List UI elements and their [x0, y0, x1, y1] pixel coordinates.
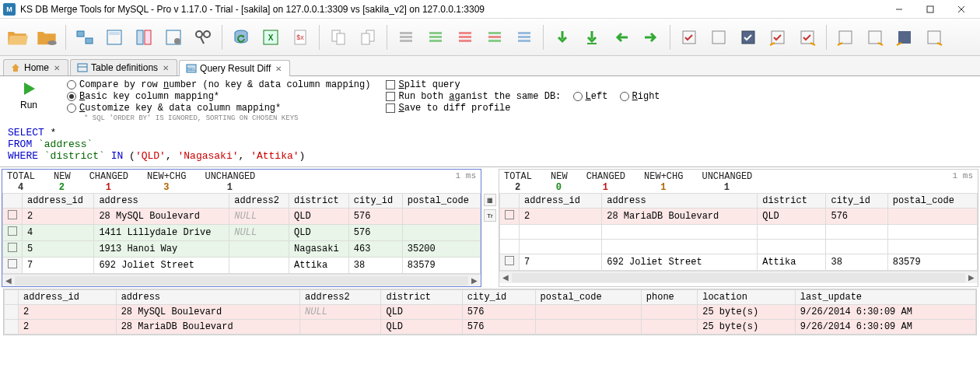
filter-newchg-icon[interactable] [482, 25, 507, 50]
filter-new-icon[interactable] [423, 25, 448, 50]
row-checkbox[interactable] [8, 226, 17, 236]
check-all-icon[interactable] [677, 25, 702, 50]
copy-left-icon[interactable] [326, 25, 351, 50]
svg-rect-48 [898, 31, 911, 44]
row-checkbox[interactable] [505, 256, 514, 265]
table-row[interactable] [500, 240, 978, 254]
tab-close-icon[interactable]: ✕ [161, 63, 170, 72]
sync-down2-icon[interactable] [579, 25, 604, 50]
svg-rect-36 [488, 40, 501, 42]
check-right-icon[interactable] [736, 25, 761, 50]
table-row[interactable] [500, 225, 978, 240]
tool-columns-icon[interactable]: ▦ [484, 194, 496, 206]
check-run-both-same-db[interactable] [386, 92, 395, 101]
row-checkbox[interactable] [8, 243, 17, 252]
export-excel-icon[interactable]: X [258, 25, 283, 50]
script-icon[interactable]: $x [288, 25, 313, 50]
svg-rect-31 [459, 32, 471, 34]
svg-rect-24 [362, 33, 369, 44]
tool-text-icon[interactable]: Tr [484, 209, 496, 222]
open-db-icon[interactable] [34, 25, 59, 50]
tab-table-definitions[interactable]: Table definitions ✕ [70, 59, 177, 75]
row-checkbox[interactable] [8, 259, 17, 268]
table-row[interactable]: 228 MariaDB BoulevardQLD57625 byte(s)9/2… [5, 320, 976, 335]
filter-unchanged-icon[interactable] [512, 25, 537, 50]
svg-rect-22 [337, 33, 345, 44]
middle-tools: ▦ Tr [483, 167, 497, 289]
sync-left-icon[interactable] [609, 25, 634, 50]
left-grid[interactable]: address_idaddressaddress2districtcity_id… [2, 193, 481, 274]
apply-final-icon[interactable] [922, 25, 947, 50]
apply-solid-icon[interactable] [892, 25, 917, 50]
h-scrollbar[interactable]: ◀▶ [499, 271, 978, 283]
right-stats: TOTAL2 NEW0 CHANGED1 NEW+CHG1 UNCHANGED1… [499, 170, 978, 193]
table-select-icon[interactable] [102, 25, 127, 50]
app-icon: M [3, 3, 16, 16]
label-left: Left [586, 91, 608, 102]
sync-down-icon[interactable] [550, 25, 575, 50]
table-row[interactable]: 7692 Joliet StreetAttika3883579 [3, 258, 481, 274]
document-tabs: Home ✕ Table definitions ✕ SEL Query Res… [0, 56, 980, 76]
row-checkbox[interactable] [8, 210, 17, 219]
svg-rect-8 [109, 32, 120, 35]
svg-text:$x: $x [296, 33, 304, 41]
table-row[interactable]: 7692 Joliet StreetAttika3883579 [500, 254, 978, 271]
svg-text:X: X [268, 33, 274, 42]
filter-changed-icon[interactable] [453, 25, 478, 50]
open-folder-icon[interactable] [5, 25, 30, 50]
radio-left-db[interactable] [573, 92, 583, 101]
tab-home[interactable]: Home ✕ [3, 59, 68, 75]
merge-detail-grid[interactable]: address_idaddressaddress2districtcity_id… [3, 289, 977, 335]
copy-right-icon[interactable] [355, 25, 380, 50]
left-result-pane: TOTAL4 NEW2 CHANGED1 NEW+CHG3 UNCHANGED1… [2, 169, 481, 287]
radio-customize-mapping[interactable]: Customize key & data column mapping* [67, 103, 370, 114]
svg-rect-5 [77, 31, 84, 37]
home-icon [10, 62, 21, 73]
apply-left-icon[interactable] [833, 25, 858, 50]
svg-rect-42 [712, 31, 725, 44]
table-compare-icon[interactable] [131, 25, 156, 50]
check-split-query[interactable]: Split query [386, 79, 660, 90]
radio-right-db[interactable] [620, 92, 629, 101]
maximize-button[interactable] [915, 1, 946, 18]
svg-point-13 [196, 31, 202, 37]
radio-compare-by-row-number[interactable]: Compare by row number (no key & data col… [67, 79, 370, 90]
tab-close-icon[interactable]: ✕ [274, 64, 283, 73]
uncheck-all-icon[interactable] [706, 25, 731, 50]
refresh-db-icon[interactable] [229, 25, 254, 50]
table-row[interactable]: 228 MySQL BoulevardNULLQLD576 [3, 209, 481, 225]
row-checkbox[interactable] [505, 210, 514, 219]
sync-right-icon[interactable] [639, 25, 663, 50]
right-grid[interactable]: address_idaddressdistrictcity_idpostal_c… [499, 193, 978, 271]
h-scrollbar[interactable]: ◀▶ [2, 274, 481, 286]
window-title: KS DB Merge Tools for MySQL - Pro v 1.17… [20, 4, 884, 15]
tab-label: Table definitions [91, 62, 158, 73]
svg-rect-10 [145, 30, 151, 44]
close-button[interactable] [946, 1, 977, 18]
tab-close-icon[interactable]: ✕ [52, 63, 61, 72]
compare-schema-icon[interactable] [72, 25, 97, 50]
run-button[interactable] [19, 79, 38, 98]
table-row[interactable]: 228 MySQL BoulevardNULLQLD57625 byte(s)9… [5, 305, 976, 320]
find-icon[interactable] [191, 25, 215, 50]
table-row[interactable]: 228 MariaDB BoulevardQLD576 [500, 209, 978, 225]
svg-rect-40 [587, 43, 597, 44]
tab-query-result-diff[interactable]: SEL Query Result Diff ✕ [179, 60, 290, 76]
sql-editor[interactable]: SELECT * FROM `address` WHERE `district`… [0, 124, 980, 167]
apply-right-icon[interactable] [863, 25, 887, 50]
svg-rect-47 [869, 31, 881, 44]
query-icon: SEL [186, 63, 197, 74]
check-save-to-diff-profile[interactable]: Save to diff profile [386, 103, 660, 114]
check-merge-right-icon[interactable] [795, 25, 820, 50]
filter-total-icon[interactable] [394, 25, 418, 50]
radio-basic-key-mapping[interactable]: Basic key column mapping* [67, 91, 370, 102]
minimize-button[interactable] [884, 1, 915, 18]
title-bar: M KS DB Merge Tools for MySQL - Pro v 1.… [0, 0, 980, 19]
check-merge-left-icon[interactable] [765, 25, 790, 50]
table-row[interactable]: 51913 Hanoi WayNagasaki46335200 [3, 241, 481, 258]
svg-rect-1 [927, 6, 933, 12]
right-timing: 1 ms [953, 171, 973, 180]
table-settings-icon[interactable] [161, 25, 186, 50]
table-row[interactable]: 41411 Lillydale DriveNULLQLD576 [3, 225, 481, 241]
label-right: Right [632, 91, 660, 102]
